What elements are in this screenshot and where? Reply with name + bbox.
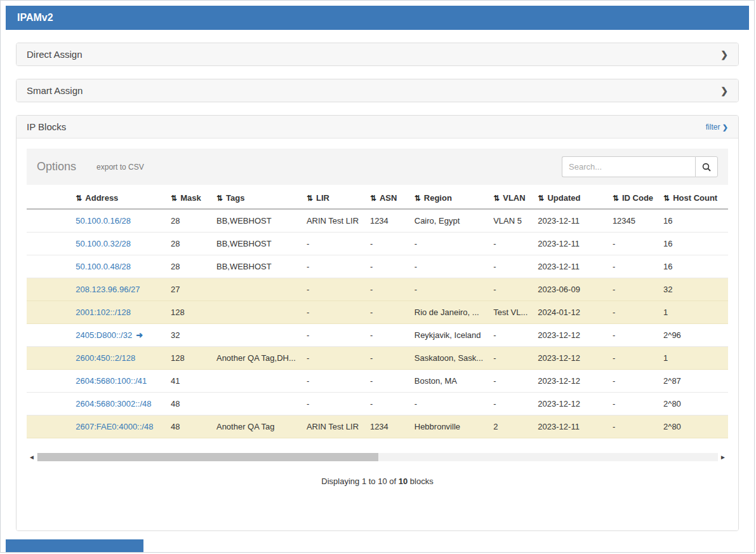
column-label: VLAN	[503, 193, 525, 203]
vlan-cell: -	[488, 255, 533, 278]
address-link[interactable]: 2604:5680:3002::/48	[76, 399, 151, 409]
updated-cell: 2023-12-12	[533, 370, 607, 393]
pagination-suffix: blocks	[408, 476, 433, 486]
scrollbar-thumb[interactable]	[37, 453, 378, 461]
column-label: ASN	[380, 193, 397, 203]
filter-label: filter	[706, 123, 720, 132]
search-input[interactable]	[562, 156, 695, 177]
region-cell: Reykjavik, Iceland	[409, 324, 488, 347]
lir-cell: -	[302, 255, 365, 278]
row-gutter	[27, 370, 70, 393]
column-label: Address	[85, 193, 118, 203]
id-code-cell: -	[607, 233, 658, 255]
id-code-cell: -	[607, 370, 658, 393]
updated-cell: 2023-12-11	[533, 233, 607, 255]
smart-assign-panel: Smart Assign ❯	[16, 79, 739, 102]
scroll-right-arrow-icon[interactable]: ►	[718, 454, 728, 461]
updated-cell: 2023-12-12	[533, 347, 607, 370]
updated-cell: 2023-06-09	[533, 278, 607, 301]
direct-assign-header[interactable]: Direct Assign ❯	[17, 43, 738, 65]
address-link[interactable]: 50.100.0.16/28	[76, 216, 131, 226]
sort-icon: ⇅	[538, 194, 544, 203]
host-count-cell: 1	[658, 301, 728, 324]
vlan-cell: -	[488, 324, 533, 347]
column-header-region[interactable]: ⇅Region	[409, 187, 488, 209]
column-header-tags[interactable]: ⇅Tags	[211, 187, 302, 209]
pagination-status: Displaying 1 to 10 of 10 blocks	[27, 476, 728, 486]
search-button[interactable]	[695, 156, 718, 177]
column-header-updated[interactable]: ⇅Updated	[533, 187, 607, 209]
lir-cell: -	[302, 324, 365, 347]
column-header-host-count[interactable]: ⇅Host Count	[658, 187, 728, 209]
address-link[interactable]: 208.123.96.96/27	[76, 285, 140, 294]
address-link[interactable]: 2607:FAE0:4000::/48	[76, 422, 153, 431]
host-count-cell: 16	[658, 209, 728, 233]
asn-cell: -	[365, 393, 409, 416]
lir-cell: -	[302, 370, 365, 393]
asn-cell: -	[365, 370, 409, 393]
mask-cell: 32	[166, 324, 211, 347]
column-label: Host Count	[673, 193, 717, 203]
export-csv-link[interactable]: export to CSV	[96, 163, 144, 172]
lir-cell: ARIN Test LIR	[302, 416, 365, 438]
region-cell: Hebbronville	[409, 416, 488, 438]
address-link[interactable]: 2001:102::/128	[76, 307, 131, 317]
sort-icon: ⇅	[414, 194, 421, 203]
address-link[interactable]: 2600:450::2/128	[76, 353, 135, 363]
column-header-id-code[interactable]: ⇅ID Code	[607, 187, 658, 209]
gutter-header	[27, 187, 70, 209]
asn-cell: -	[365, 278, 409, 301]
tags-cell	[211, 393, 302, 416]
column-header-vlan[interactable]: ⇅VLAN	[488, 187, 533, 209]
scroll-left-arrow-icon[interactable]: ◄	[27, 454, 37, 461]
table-row: 2001:102::/128128--Rio de Janeiro, ...Te…	[27, 301, 728, 324]
column-header-lir[interactable]: ⇅LIR	[302, 187, 365, 209]
chevron-right-icon: ❯	[720, 50, 728, 60]
row-gutter	[27, 209, 70, 233]
host-count-cell: 1	[658, 347, 728, 370]
column-label: Mask	[180, 193, 201, 203]
column-header-mask[interactable]: ⇅Mask	[166, 187, 211, 209]
address-link[interactable]: 50.100.0.32/28	[76, 239, 131, 248]
sort-icon: ⇅	[493, 194, 500, 203]
column-label: LIR	[316, 193, 329, 203]
options-menu[interactable]: Options	[37, 160, 76, 173]
column-header-address[interactable]: ⇅Address	[70, 187, 166, 209]
vlan-cell: VLAN 5	[488, 209, 533, 233]
updated-cell: 2023-12-12	[533, 393, 607, 416]
vlan-cell: -	[488, 393, 533, 416]
filter-link[interactable]: filter ❯	[706, 123, 728, 132]
table-row: 50.100.0.32/2828BB,WEBHOST----2023-12-11…	[27, 233, 728, 255]
scrollbar-track[interactable]	[37, 453, 718, 461]
region-cell: Cairo, Egypt	[409, 209, 488, 233]
asn-cell: -	[365, 255, 409, 278]
app-window: IPAMv2 Direct Assign ❯ Smart Assign ❯ IP…	[0, 0, 755, 553]
id-code-cell: 12345	[607, 209, 658, 233]
address-cell: 2604:5680:3002::/48	[70, 393, 166, 416]
region-cell: Boston, MA	[409, 370, 488, 393]
vlan-cell: 2	[488, 416, 533, 438]
address-cell: 2001:102::/128	[70, 301, 166, 324]
tags-cell: BB,WEBHOST	[211, 255, 302, 278]
row-gutter	[27, 393, 70, 416]
column-label: Updated	[547, 193, 580, 203]
row-gutter	[27, 278, 70, 301]
address-link[interactable]: 50.100.0.48/28	[76, 262, 131, 271]
lir-cell: -	[302, 347, 365, 370]
address-cell: 2405:D800::/32➜	[70, 324, 166, 347]
smart-assign-header[interactable]: Smart Assign ❯	[17, 79, 738, 102]
app-title: IPAMv2	[17, 12, 53, 24]
lir-cell: -	[302, 233, 365, 255]
row-gutter	[27, 301, 70, 324]
column-header-asn[interactable]: ⇅ASN	[365, 187, 409, 209]
updated-cell: 2024-01-12	[533, 301, 607, 324]
ip-blocks-header: IP Blocks filter ❯	[17, 116, 738, 138]
smart-assign-label: Smart Assign	[27, 85, 83, 96]
address-link[interactable]: 2604:5680:100::/41	[76, 376, 147, 386]
asn-cell: -	[365, 233, 409, 255]
address-cell: 2600:450::2/128	[70, 347, 166, 370]
asn-cell: 1234	[365, 416, 409, 438]
asn-cell: -	[365, 324, 409, 347]
sort-icon: ⇅	[216, 194, 223, 203]
address-link[interactable]: 2405:D800::/32	[76, 330, 132, 340]
